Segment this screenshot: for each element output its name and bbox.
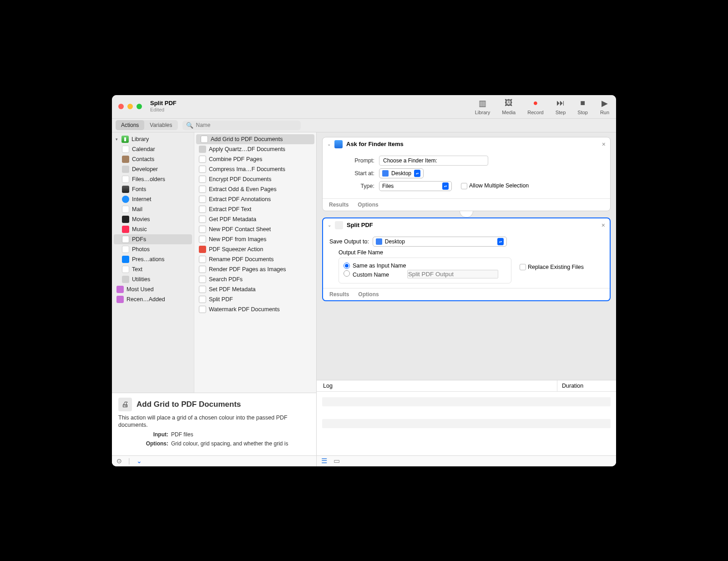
workflow-canvas[interactable]: ⌄ Ask for Finder Items × Prompt: Choose … xyxy=(317,132,616,380)
minimize-window-button[interactable] xyxy=(127,104,133,109)
right-status-bar: ☰ ▭ xyxy=(317,455,616,466)
step-disclosure-icon[interactable]: ⌄ xyxy=(327,142,331,147)
category-movies[interactable]: Movies xyxy=(112,214,194,224)
type-label: Type: xyxy=(329,183,374,189)
action-item[interactable]: Compress Ima…F Documents xyxy=(194,164,316,174)
replace-existing-checkbox[interactable]: Replace Existing Files xyxy=(520,264,584,271)
titlebar: Split PDF Edited ▥Library🖼Media●Record⏭S… xyxy=(112,95,616,119)
action-item[interactable]: Watermark PDF Documents xyxy=(194,304,316,314)
window-controls xyxy=(118,104,142,109)
action-label: Search PDFs xyxy=(209,276,243,283)
action-description: This action will place a grid of a chose… xyxy=(118,414,310,430)
toolbar-label: Stop xyxy=(577,110,588,115)
step-close-button[interactable]: × xyxy=(602,141,606,148)
action-icon xyxy=(199,196,206,203)
overflow-icon[interactable]: ⊙ xyxy=(116,457,122,465)
step-close-button[interactable]: × xyxy=(602,222,605,229)
stop-button[interactable]: ■Stop xyxy=(577,98,588,115)
step-results-button[interactable]: Results xyxy=(329,202,349,208)
action-item[interactable]: Combine PDF Pages xyxy=(194,154,316,164)
log-row xyxy=(322,397,611,406)
start-at-select[interactable]: Desktop ▴▾ xyxy=(379,168,424,178)
step-button[interactable]: ⏭Step xyxy=(556,98,566,115)
action-item[interactable]: Set PDF Metadata xyxy=(194,284,316,294)
category-pdfs[interactable]: PDFs xyxy=(114,234,192,244)
type-select[interactable]: Files ▴▾ xyxy=(379,181,452,191)
action-item[interactable]: New PDF Contact Sheet xyxy=(194,224,316,234)
action-item[interactable]: Render PDF Pages as Images xyxy=(194,264,316,274)
category-developer[interactable]: Developer xyxy=(112,164,194,174)
category-label: Utilities xyxy=(132,276,150,283)
step-disclosure-icon[interactable]: ⌄ xyxy=(328,222,331,227)
action-item[interactable]: Encrypt PDF Documents xyxy=(194,174,316,184)
category-icon xyxy=(122,186,129,193)
category-text[interactable]: Text xyxy=(112,264,194,274)
action-label: Apply Quartz…DF Documents xyxy=(209,146,285,152)
step-options-button[interactable]: Options xyxy=(358,291,379,298)
action-item[interactable]: Get PDF Metadata xyxy=(194,214,316,224)
close-window-button[interactable] xyxy=(118,104,124,109)
library-button[interactable]: ▥Library xyxy=(475,98,490,115)
action-item[interactable]: Extract PDF Annotations xyxy=(194,194,316,204)
save-output-select[interactable]: Desktop ▴▾ xyxy=(373,237,507,247)
tab-variables[interactable]: Variables xyxy=(144,120,177,130)
library-root[interactable]: ▾ ▮ Library xyxy=(112,134,194,144)
category-files-olders[interactable]: Files…olders xyxy=(112,174,194,184)
zoom-window-button[interactable] xyxy=(136,104,142,109)
category-pres-ations[interactable]: Pres…ations xyxy=(112,254,194,264)
log-col-label[interactable]: Log xyxy=(317,380,557,391)
category-calendar[interactable]: Calendar xyxy=(112,144,194,154)
action-item[interactable]: Search PDFs xyxy=(194,274,316,284)
tab-actions[interactable]: Actions xyxy=(116,120,144,130)
workflow-step-split-pdf[interactable]: ⌄ Split PDF × Save Output to: Desktop ▴▾ xyxy=(322,217,611,301)
action-item[interactable]: Add Grid to PDF Documents xyxy=(196,134,314,144)
action-item[interactable]: Rename PDF Documents xyxy=(194,254,316,264)
search-input[interactable] xyxy=(196,122,297,128)
allow-multiple-checkbox[interactable]: Allow Multiple Selection xyxy=(461,182,529,189)
action-icon xyxy=(201,136,208,143)
start-at-label: Start at: xyxy=(329,170,374,177)
search-field[interactable]: 🔍 xyxy=(182,121,301,130)
media-button[interactable]: 🖼Media xyxy=(502,98,516,115)
category-contacts[interactable]: Contacts xyxy=(112,154,194,164)
category-utilities[interactable]: Utilities xyxy=(112,274,194,284)
action-item[interactable]: Extract Odd & Even Pages xyxy=(194,184,316,194)
category-icon xyxy=(122,156,129,163)
main-split: ▾ ▮ Library CalendarContactsDeveloperFil… xyxy=(112,132,616,466)
category-music[interactable]: Music xyxy=(112,224,194,234)
action-list: Add Grid to PDF DocumentsApply Quartz…DF… xyxy=(194,132,316,393)
category-internet[interactable]: Internet xyxy=(112,194,194,204)
category-photos[interactable]: Photos xyxy=(112,244,194,254)
duration-col-label[interactable]: Duration xyxy=(557,380,616,391)
action-label: Extract PDF Annotations xyxy=(209,196,271,202)
action-item[interactable]: Apply Quartz…DF Documents xyxy=(194,144,316,154)
select-arrows-icon: ▴▾ xyxy=(442,182,449,190)
action-label: Render PDF Pages as Images xyxy=(209,266,286,273)
smart-folder-label: Recen…Added xyxy=(126,296,165,303)
action-icon xyxy=(199,306,206,313)
step-options-button[interactable]: Options xyxy=(358,202,378,208)
expand-icon[interactable]: ⌄ xyxy=(136,457,142,465)
category-label: PDFs xyxy=(132,236,146,243)
step-results-button[interactable]: Results xyxy=(329,291,349,298)
custom-name-radio[interactable]: Custom Name xyxy=(344,270,389,278)
list-view-icon[interactable]: ☰ xyxy=(321,457,327,465)
disclosure-triangle-icon[interactable]: ▾ xyxy=(116,137,118,142)
pdf-action-icon xyxy=(335,221,343,229)
action-item[interactable]: New PDF from Images xyxy=(194,234,316,244)
run-button[interactable]: ▶Run xyxy=(600,98,610,115)
grid-view-icon[interactable]: ▭ xyxy=(334,457,340,465)
prompt-field[interactable]: Choose a Finder Item: xyxy=(379,156,488,166)
same-name-radio[interactable]: Same as Input Name xyxy=(344,263,406,269)
category-fonts[interactable]: Fonts xyxy=(112,184,194,194)
action-item[interactable]: Extract PDF Text xyxy=(194,204,316,214)
action-item[interactable]: Split PDF xyxy=(194,294,316,304)
log-body xyxy=(317,392,616,455)
category-mail[interactable]: Mail xyxy=(112,204,194,214)
record-button[interactable]: ●Record xyxy=(527,98,543,115)
workflow-step-ask-finder[interactable]: ⌄ Ask for Finder Items × Prompt: Choose … xyxy=(322,137,611,211)
smart-folder-recen-added[interactable]: Recen…Added xyxy=(112,294,194,304)
action-item[interactable]: PDF Squeezer Action xyxy=(194,244,316,254)
smart-folder-most-used[interactable]: Most Used xyxy=(112,284,194,294)
action-icon xyxy=(199,236,206,243)
